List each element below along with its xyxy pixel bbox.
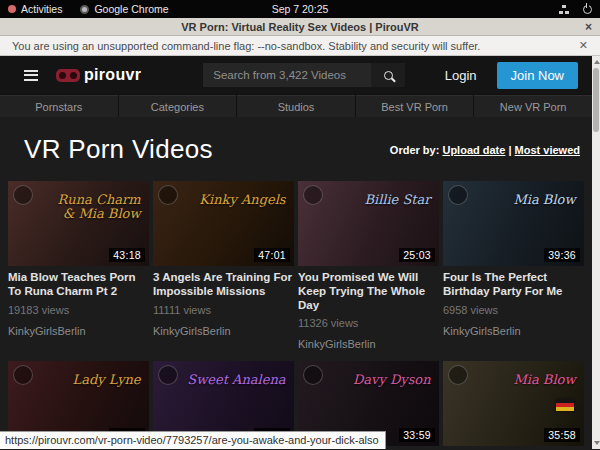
window-titlebar: VR Porn: Virtual Reality Sex Videos | Pi…: [0, 18, 600, 36]
video-views: 11111 views: [153, 304, 294, 316]
nav-pornstars[interactable]: Pornstars: [0, 95, 118, 117]
video-title[interactable]: 3 Angels Are Training For Impossible Mis…: [153, 271, 294, 299]
power-icon[interactable]: [583, 5, 592, 14]
studio-watermark-icon: [303, 365, 323, 385]
duration-badge: 43:18: [109, 248, 145, 262]
main-nav: Pornstars Categories Studios Best VR Por…: [0, 94, 592, 117]
window-close-icon[interactable]: ×: [585, 18, 592, 36]
scroll-down-icon[interactable]: [594, 441, 600, 445]
search-bar: [203, 63, 405, 87]
video-grid: Runa Charm & Mia Blow 43:18 Mia Blow Tea…: [0, 181, 592, 449]
page-title: VR Porn Videos: [24, 134, 213, 165]
infobar-message: You are using an unsupported command-lin…: [12, 40, 480, 52]
page-head: VR Porn Videos Order by: Upload date | M…: [0, 117, 592, 181]
chrome-app-label: Google Chrome: [94, 3, 168, 15]
duration-badge: 47:01: [254, 248, 290, 262]
logo-text: pirouvr: [84, 66, 141, 84]
search-icon: [384, 71, 393, 80]
infobar-close-icon[interactable]: ✕: [579, 39, 588, 52]
thumbnail-overlay-text: Runa Charm & Mia Blow: [42, 193, 141, 222]
thumbnail-overlay-text: Billie Star: [364, 193, 430, 207]
studio-watermark-icon: [303, 185, 323, 205]
thumbnail-overlay-text: Lady Lyne: [73, 373, 141, 387]
german-flag-icon: [556, 399, 574, 411]
order-upload-date-link[interactable]: Upload date: [442, 144, 505, 156]
vr-goggles-icon: [56, 69, 80, 82]
video-views: 19183 views: [8, 304, 149, 316]
page-content: pirouvr Login Join Now Pornstars Categor…: [0, 56, 600, 449]
studio-link[interactable]: KinkyGirlsBerlin: [153, 325, 294, 337]
thumbnail-overlay-text: Mia Blow: [514, 373, 576, 387]
video-thumbnail[interactable]: Runa Charm & Mia Blow 43:18: [8, 181, 149, 266]
thumbnail-overlay-text: Sweet Analena: [187, 373, 285, 387]
system-bar: Activities Google Chrome Sep 7 20:25: [0, 0, 600, 18]
network-icon[interactable]: [559, 5, 569, 14]
login-link[interactable]: Login: [445, 68, 477, 83]
studio-link[interactable]: KinkyGirlsBerlin: [298, 338, 439, 350]
scrollbar[interactable]: [592, 56, 600, 449]
duration-badge: 33:59: [399, 428, 435, 442]
window-title: VR Porn: Virtual Reality Sex Videos | Pi…: [181, 21, 418, 33]
nav-studios[interactable]: Studios: [237, 95, 355, 117]
video-title[interactable]: You Promised We Will Keep Trying The Who…: [298, 271, 439, 312]
duration-badge: 39:36: [544, 248, 580, 262]
order-by: Order by: Upload date | Most viewed: [390, 144, 580, 156]
nav-categories[interactable]: Categories: [119, 95, 237, 117]
duration-badge: 35:58: [544, 428, 580, 442]
video-card[interactable]: Mia Blow 39:36 Four Is The Perfect Birth…: [443, 181, 584, 350]
studio-watermark-icon: [13, 185, 33, 205]
video-card[interactable]: Kinky Angels 47:01 3 Angels Are Training…: [153, 181, 294, 350]
activities-label: Activities: [21, 3, 62, 15]
chrome-icon: [80, 5, 89, 14]
activities-icon: [8, 5, 16, 13]
video-views: 11326 views: [298, 317, 439, 329]
site-logo[interactable]: pirouvr: [56, 66, 141, 84]
chrome-infobar: You are using an unsupported command-lin…: [0, 36, 600, 56]
video-title[interactable]: Mia Blow Teaches Porn To Runa Charm Pt 2: [8, 271, 149, 299]
status-url-tooltip: https://pirouvr.com/vr-porn-video/779325…: [0, 431, 386, 449]
studio-watermark-icon: [448, 365, 468, 385]
video-title[interactable]: Four Is The Perfect Birthday Party For M…: [443, 271, 584, 299]
duration-badge: 25:03: [399, 248, 435, 262]
video-card[interactable]: Billie Star 25:03 You Promised We Will K…: [298, 181, 439, 350]
studio-watermark-icon: [158, 185, 178, 205]
thumbnail-overlay-text: Mia Blow: [514, 193, 576, 207]
video-card[interactable]: Mia Blow 35:58 Milf Teaches The Teacher …: [443, 361, 584, 449]
activities-button[interactable]: Activities: [8, 3, 62, 15]
video-thumbnail[interactable]: Mia Blow 35:58: [443, 361, 584, 446]
studio-link[interactable]: KinkyGirlsBerlin: [8, 325, 149, 337]
thumbnail-overlay-text: Kinky Angels: [199, 193, 285, 207]
nav-new-vr-porn[interactable]: New VR Porn: [474, 95, 592, 117]
order-most-viewed-link[interactable]: Most viewed: [515, 144, 580, 156]
studio-watermark-icon: [448, 185, 468, 205]
studio-link[interactable]: KinkyGirlsBerlin: [443, 325, 584, 337]
search-input[interactable]: [203, 63, 371, 87]
nav-best-vr-porn[interactable]: Best VR Porn: [356, 95, 474, 117]
video-thumbnail[interactable]: Billie Star 25:03: [298, 181, 439, 266]
studio-watermark-icon: [13, 365, 33, 385]
video-thumbnail[interactable]: Kinky Angels 47:01: [153, 181, 294, 266]
video-thumbnail[interactable]: Mia Blow 39:36: [443, 181, 584, 266]
order-separator: |: [508, 144, 511, 156]
studio-watermark-icon: [158, 365, 178, 385]
scroll-up-icon[interactable]: [594, 60, 600, 64]
site-header: pirouvr Login Join Now: [0, 56, 592, 94]
thumbnail-overlay-text: Davy Dyson: [353, 373, 431, 387]
video-views: 6958 views: [443, 304, 584, 316]
join-now-button[interactable]: Join Now: [497, 62, 578, 89]
scrollbar-thumb[interactable]: [593, 68, 599, 132]
chrome-app-indicator[interactable]: Google Chrome: [80, 3, 168, 15]
menu-icon[interactable]: [24, 70, 38, 81]
video-card[interactable]: Runa Charm & Mia Blow 43:18 Mia Blow Tea…: [8, 181, 149, 350]
order-by-label: Order by:: [390, 144, 440, 156]
search-button[interactable]: [371, 63, 405, 87]
